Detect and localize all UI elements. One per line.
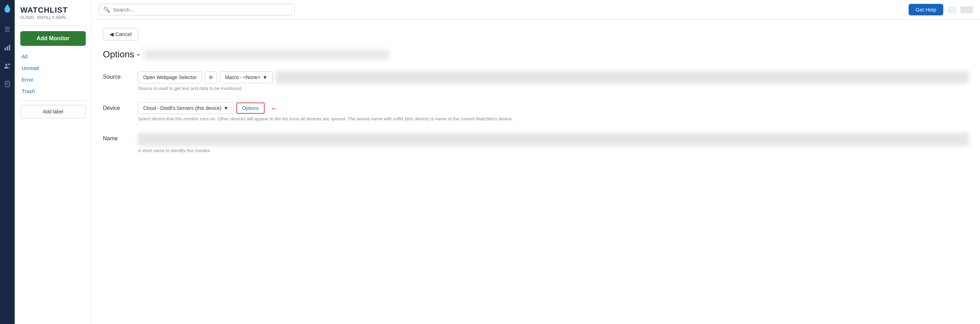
url-field-blur	[275, 71, 969, 84]
nav-links: All Unread Error Trash	[15, 51, 91, 96]
nav-divider	[20, 100, 86, 101]
mail-icon[interactable]: ✉️	[947, 6, 956, 14]
add-monitor-button[interactable]: Add Monitor	[20, 31, 86, 46]
user-avatar	[960, 6, 973, 13]
notebook-icon[interactable]	[2, 79, 12, 89]
device-selector-button[interactable]: Cloud - Distill's Servers (this device) …	[138, 102, 234, 114]
brand-title: WATCHLIST	[20, 6, 86, 15]
name-label: Name	[103, 133, 131, 142]
page-title-blur	[144, 50, 389, 59]
nav-sidebar: WATCHLIST CLOUD - DISTILL'S SERV... Add …	[15, 0, 92, 324]
add-label-button[interactable]: Add label	[20, 105, 86, 118]
device-options-button[interactable]: Options	[236, 103, 264, 114]
nav-all[interactable]: All	[20, 51, 86, 62]
open-webpage-selector-button[interactable]: Open Webpage Selector	[138, 71, 202, 83]
users-icon[interactable]	[2, 61, 12, 71]
nav-error[interactable]: Error	[20, 75, 86, 85]
source-label: Source	[103, 71, 131, 80]
options-label: Options	[242, 105, 259, 111]
nav-unread[interactable]: Unread	[20, 63, 86, 73]
search-box[interactable]: 🔍	[99, 4, 295, 15]
device-controls: Cloud - Distill's Servers (this device) …	[138, 102, 969, 114]
brand-subtitle: CLOUD - DISTILL'S SERV...	[20, 15, 86, 20]
svg-point-4	[8, 64, 10, 65]
svg-rect-0	[5, 48, 6, 50]
svg-rect-1	[6, 46, 8, 50]
device-field: Cloud - Distill's Servers (this device) …	[138, 102, 969, 121]
name-input-blur[interactable]	[138, 133, 969, 146]
open-webpage-label: Open Webpage Selector	[143, 75, 197, 80]
gear-button[interactable]: ⚙	[205, 71, 217, 83]
logo-icon[interactable]	[2, 3, 12, 13]
device-chevron-icon: ▼	[224, 105, 229, 111]
icon-sidebar: ☰	[0, 0, 15, 324]
topbar: 🔍 Get Help ✉️	[92, 0, 980, 20]
svg-rect-2	[9, 45, 10, 50]
search-input[interactable]	[113, 6, 290, 13]
name-row: Name A short name to identify this monit…	[103, 133, 969, 153]
topbar-right: Get Help ✉️	[908, 4, 973, 15]
form-section: Source Open Webpage Selector ⚙ Macro - <…	[103, 71, 969, 153]
content: ◀ Cancel Options - Source Open Webpage S…	[92, 20, 980, 324]
search-icon: 🔍	[103, 6, 110, 13]
cancel-button[interactable]: ◀ Cancel	[103, 28, 138, 41]
device-help: Select device that this monitor runs on.…	[138, 116, 969, 121]
source-row: Source Open Webpage Selector ⚙ Macro - <…	[103, 71, 969, 91]
page-title: Options -	[103, 49, 969, 60]
svg-rect-5	[5, 81, 10, 87]
name-field: A short name to identify this monitor.	[138, 133, 969, 153]
get-help-button[interactable]: Get Help	[908, 4, 943, 15]
nav-trash[interactable]: Trash	[20, 86, 86, 96]
page-title-prefix: Options -	[103, 49, 140, 60]
source-help: Source is used to get text and data to b…	[138, 86, 969, 91]
macro-label: Macro - <None>	[225, 75, 260, 80]
arrow-indicator: ←	[270, 103, 278, 113]
device-label: Device	[103, 102, 131, 111]
chart-icon[interactable]	[2, 43, 12, 52]
menu-icon[interactable]: ☰	[2, 24, 12, 34]
macro-chevron-icon: ▼	[262, 75, 267, 80]
device-value: Cloud - Distill's Servers (this device)	[143, 105, 221, 111]
main-area: 🔍 Get Help ✉️ ◀ Cancel Options - Source	[92, 0, 980, 324]
source-field: Open Webpage Selector ⚙ Macro - <None> ▼…	[138, 71, 969, 91]
macro-selector-button[interactable]: Macro - <None> ▼	[220, 71, 273, 83]
name-help: A short name to identify this monitor.	[138, 148, 969, 153]
svg-point-3	[5, 64, 7, 66]
source-controls: Open Webpage Selector ⚙ Macro - <None> ▼	[138, 71, 969, 84]
device-row: Device Cloud - Distill's Servers (this d…	[103, 102, 969, 121]
brand: WATCHLIST CLOUD - DISTILL'S SERV...	[15, 6, 91, 25]
